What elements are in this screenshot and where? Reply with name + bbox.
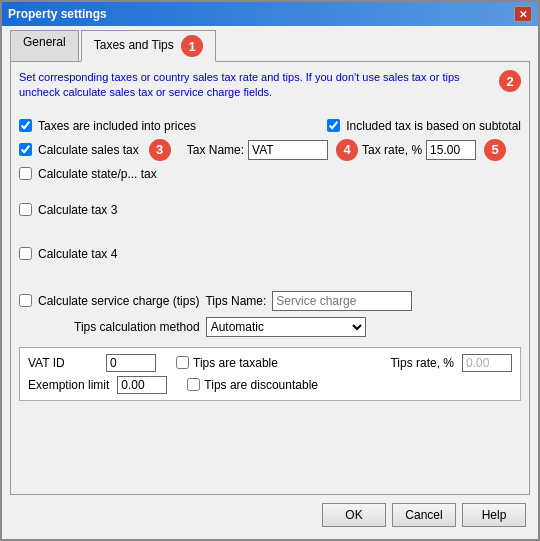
- calculate-state-tax-label: Calculate state/p... tax: [38, 167, 157, 181]
- tab-content: Set corresponding taxes or country sales…: [10, 61, 530, 495]
- ok-button[interactable]: OK: [322, 503, 386, 527]
- included-tax-subtotal-checkbox[interactable]: [327, 119, 340, 132]
- calculate-service-checkbox[interactable]: [19, 294, 32, 307]
- badge-4: 4: [336, 139, 358, 161]
- exemption-row: Exemption limit Tips are discountable: [28, 376, 512, 394]
- title-bar: Property settings ✕: [2, 2, 538, 26]
- badge-5: 5: [484, 139, 506, 161]
- exemption-label: Exemption limit: [28, 378, 109, 392]
- taxes-row-1: Taxes are included into prices Included …: [19, 119, 521, 133]
- tips-method-select[interactable]: Automatic: [206, 317, 366, 337]
- close-button[interactable]: ✕: [514, 6, 532, 22]
- button-bar: OK Cancel Help: [10, 495, 530, 531]
- property-settings-window: Property settings ✕ General Taxes and Ti…: [0, 0, 540, 541]
- calculate-tax4-label: Calculate tax 4: [38, 247, 117, 261]
- calc-sales-checkbox-area: Calculate sales tax 3: [19, 139, 171, 161]
- calculate-state-tax-checkbox[interactable]: [19, 167, 32, 180]
- calculate-tax3-label: Calculate tax 3: [38, 203, 117, 217]
- title-bar-controls: ✕: [514, 6, 532, 22]
- tab-general[interactable]: General: [10, 30, 79, 62]
- calc-state-tax-row: Calculate state/p... tax: [19, 167, 521, 181]
- help-button[interactable]: Help: [462, 503, 526, 527]
- info-text: Set corresponding taxes or country sales…: [19, 70, 491, 101]
- tab-bar: General Taxes and Tips 1: [10, 30, 530, 62]
- tab-taxes-and-tips[interactable]: Taxes and Tips 1: [81, 30, 216, 62]
- tax-rate-input[interactable]: [426, 140, 476, 160]
- cancel-button[interactable]: Cancel: [392, 503, 456, 527]
- tips-method-row: Tips calculation method Automatic: [19, 317, 521, 337]
- calculate-sales-tax-label: Calculate sales tax: [38, 143, 139, 157]
- vat-row: VAT ID Tips are taxable Tips rate, %: [28, 354, 512, 372]
- exemption-input[interactable]: [117, 376, 167, 394]
- included-tax-subtotal-label: Included tax is based on subtotal: [346, 119, 521, 133]
- tips-taxable-checkbox[interactable]: [176, 356, 189, 369]
- tips-taxable-label: Tips are taxable: [193, 356, 278, 370]
- calc-tax3-row: Calculate tax 3: [19, 203, 521, 217]
- tax-name-label: Tax Name:: [187, 143, 244, 157]
- tips-method-label: Tips calculation method: [74, 320, 200, 334]
- calculate-service-label: Calculate service charge (tips): [38, 294, 199, 308]
- badge-1: 1: [181, 35, 203, 57]
- calculate-sales-tax-checkbox[interactable]: [19, 143, 32, 156]
- tax-fields: Tax Name: 4 Tax rate, % 5: [187, 139, 506, 161]
- main-content: General Taxes and Tips 1 Set correspondi…: [2, 26, 538, 539]
- taxes-included-label: Taxes are included into prices: [38, 119, 196, 133]
- tips-discountable-label: Tips are discountable: [204, 378, 318, 392]
- calculate-tax3-checkbox[interactable]: [19, 203, 32, 216]
- tax-rate-label: Tax rate, %: [362, 143, 422, 157]
- tips-rate-label: Tips rate, %: [390, 356, 454, 370]
- vat-box: VAT ID Tips are taxable Tips rate, % Exe…: [19, 347, 521, 401]
- tips-discountable-checkbox[interactable]: [187, 378, 200, 391]
- included-tax-subtotal-row: Included tax is based on subtotal: [327, 119, 521, 133]
- taxes-included-row: Taxes are included into prices: [19, 119, 196, 133]
- calculate-tax4-checkbox[interactable]: [19, 247, 32, 260]
- badge-3: 3: [149, 139, 171, 161]
- tips-name-input[interactable]: [272, 291, 412, 311]
- calc-sales-tax-row: Calculate sales tax 3 Tax Name: 4 Tax ra…: [19, 139, 521, 161]
- taxes-included-checkbox[interactable]: [19, 119, 32, 132]
- calc-tax4-row: Calculate tax 4: [19, 247, 521, 261]
- window-title: Property settings: [8, 7, 107, 21]
- vat-id-label: VAT ID: [28, 356, 98, 370]
- tips-rate-input[interactable]: [462, 354, 512, 372]
- vat-id-input[interactable]: [106, 354, 156, 372]
- tax-name-input[interactable]: [248, 140, 328, 160]
- tips-name-label: Tips Name:: [205, 294, 266, 308]
- calc-service-row: Calculate service charge (tips) Tips Nam…: [19, 291, 521, 311]
- badge-2: 2: [499, 70, 521, 92]
